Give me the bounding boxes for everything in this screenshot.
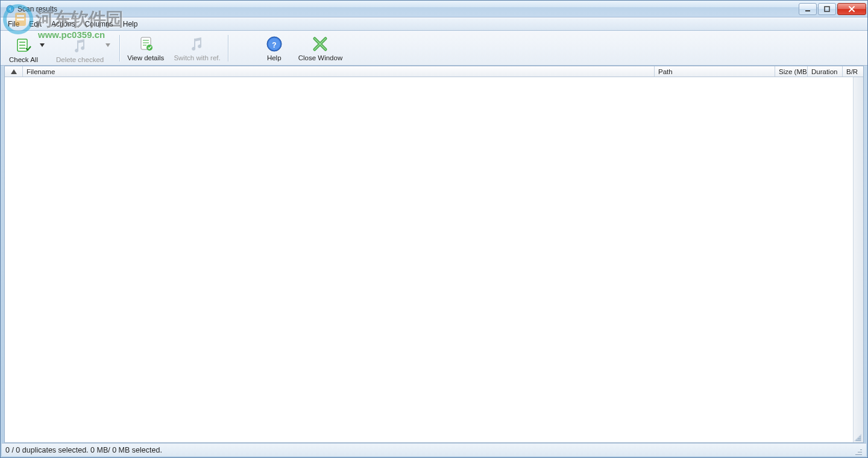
view-details-button[interactable]: View details <box>122 32 169 64</box>
svg-rect-6 <box>825 7 829 11</box>
column-br[interactable]: B/R <box>843 66 863 77</box>
resize-grip-icon <box>853 445 863 455</box>
toolbar-separator <box>119 35 120 61</box>
column-size[interactable]: Size (MB) <box>775 66 808 77</box>
delete-checked-button[interactable]: Delete checked <box>51 32 117 64</box>
maximize-button[interactable] <box>818 3 836 15</box>
music-note-icon <box>189 36 206 52</box>
toolbar: Check All Delete checked <box>1 31 867 66</box>
column-duration[interactable]: Duration <box>808 66 843 77</box>
chevron-down-icon <box>105 43 110 47</box>
menubar: File Edit Actions Columns Help <box>1 17 867 31</box>
chevron-down-icon <box>40 43 45 47</box>
column-path[interactable]: Path <box>655 66 775 77</box>
music-note-icon <box>72 37 89 54</box>
close-window-icon <box>311 35 329 53</box>
statusbar: 0 / 0 duplicates selected. 0 MB/ 0 MB se… <box>2 443 866 456</box>
close-window-label: Close Window <box>298 54 343 61</box>
help-label: Help <box>267 54 281 61</box>
results-panel: Filename Path Size (MB) Duration B/R <box>4 66 864 443</box>
menu-columns[interactable]: Columns <box>80 19 118 30</box>
svg-text:?: ? <box>272 41 276 49</box>
resize-grip[interactable] <box>853 445 863 455</box>
window-title: Scan results <box>17 5 799 13</box>
window-buttons <box>799 3 866 15</box>
close-button[interactable] <box>837 3 866 15</box>
column-filename[interactable]: Filename <box>23 66 655 77</box>
page-detail-icon <box>137 36 154 52</box>
check-all-button[interactable]: Check All <box>4 32 51 64</box>
status-text: 0 / 0 duplicates selected. 0 MB/ 0 MB se… <box>5 446 162 454</box>
vertical-scrollbar[interactable] <box>853 77 863 442</box>
app-icon <box>5 4 15 14</box>
menu-file[interactable]: File <box>3 19 24 30</box>
toolbar-separator <box>228 35 228 61</box>
maximize-icon <box>823 5 831 13</box>
checklist-icon <box>15 37 32 54</box>
switch-ref-button[interactable]: Switch with ref. <box>169 32 225 64</box>
check-all-label: Check All <box>9 56 38 63</box>
menu-help[interactable]: Help <box>118 19 143 30</box>
minimize-icon <box>804 5 811 13</box>
close-window-button[interactable]: Close Window <box>294 32 348 64</box>
column-header-row: Filename Path Size (MB) Duration B/R <box>5 66 863 77</box>
results-list[interactable] <box>5 77 863 442</box>
column-sort-indicator[interactable] <box>5 66 23 77</box>
switch-ref-label: Switch with ref. <box>174 54 220 61</box>
minimize-button[interactable] <box>799 3 817 15</box>
check-all-dropdown[interactable] <box>38 31 46 63</box>
help-icon: ? <box>265 35 283 53</box>
app-window: 河东软件园 www.pc0359.cn Scan results File Ed… <box>0 0 868 458</box>
delete-checked-dropdown[interactable] <box>104 31 112 63</box>
view-details-label: View details <box>127 54 164 61</box>
delete-checked-label: Delete checked <box>56 56 104 63</box>
titlebar: Scan results <box>1 1 867 17</box>
menu-actions[interactable]: Actions <box>46 19 80 30</box>
close-icon <box>848 5 856 13</box>
svg-rect-5 <box>805 10 810 11</box>
menu-edit[interactable]: Edit <box>24 19 46 30</box>
scrollbar-grip-icon <box>854 434 861 441</box>
triangle-up-icon <box>11 69 17 74</box>
help-button[interactable]: ? Help <box>255 32 294 64</box>
